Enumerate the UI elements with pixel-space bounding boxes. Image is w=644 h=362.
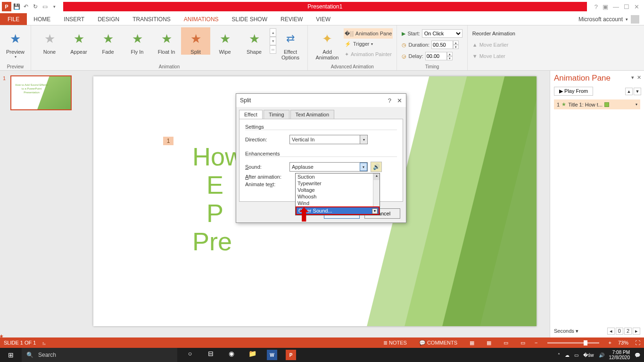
tab-view[interactable]: VIEW [309,13,337,25]
tab-home[interactable]: HOME [27,13,57,25]
animation-list-item[interactable]: 1 ★ Title 1: How t... ▾ [554,99,640,109]
delay-input[interactable] [425,52,447,60]
chrome-icon[interactable]: ◉ [225,350,238,360]
close-icon[interactable]: ✕ [634,3,639,10]
animation-tag[interactable]: 1 [163,137,173,145]
wifi-icon[interactable]: �św [583,353,594,358]
spin-up-icon[interactable]: ▴ [453,41,459,45]
ribbon-display-icon[interactable]: ▣ [603,3,608,10]
zoom-in-icon[interactable]: + [609,340,611,346]
explorer-icon[interactable]: 📁 [246,350,258,360]
trigger-button[interactable]: ⚡Trigger▾ [344,39,393,49]
sorter-view-icon[interactable]: ▦ [484,340,494,346]
start-button[interactable]: ⊞ [0,351,22,359]
chevron-down-icon[interactable]: ▾ [372,208,378,214]
direction-combo[interactable]: Vertical In▾ [289,135,368,144]
tab-animations[interactable]: ANIMATIONS [177,13,225,25]
reorder-up-icon[interactable]: ▲ [625,88,633,95]
anim-appear[interactable]: ★Appear [64,27,93,55]
anim-floatin[interactable]: ★Float In [152,27,181,55]
slide-thumbnail[interactable]: How to Add Sound Effects to a PowerPoint… [10,75,72,110]
slide-counter[interactable]: SLIDE 1 OF 1 [4,340,36,346]
animation-pane-button[interactable]: �░Animation Pane [344,28,393,39]
zoom-slider[interactable] [547,342,599,344]
minimize-icon[interactable]: — [613,3,619,10]
gallery-down-icon[interactable]: ▾ [270,37,276,45]
normal-view-icon[interactable]: ▦ [467,340,477,346]
notes-button[interactable]: ≣ NOTES [380,340,410,346]
anim-flyin[interactable]: ★Fly In [123,27,152,55]
anim-split[interactable]: ★Split [181,27,210,55]
word-icon[interactable]: W [267,350,277,360]
spin-up-icon[interactable]: ▴ [447,52,453,56]
sound-combo[interactable]: Applause▾ [289,162,368,172]
dialog-close-icon[interactable]: ✕ [397,97,402,104]
tab-insert[interactable]: INSERT [57,13,91,25]
chevron-down-icon[interactable]: ▾ [360,135,367,144]
task-view-icon[interactable]: ⊟ [205,350,217,360]
zoom-level[interactable]: 73% [618,340,628,346]
fit-to-window-icon[interactable]: ⛶ [635,340,640,346]
battery-icon[interactable]: ▭ [574,353,578,358]
spellcheck-icon[interactable]: ⎁ [42,340,46,346]
duration-input[interactable] [431,41,453,49]
tab-slideshow[interactable]: SLIDE SHOW [225,13,274,25]
notifications-icon[interactable]: 💬 [635,353,640,358]
reading-view-icon[interactable]: ▭ [501,340,511,346]
effect-options-button[interactable]: ⇄ Effect Options [277,27,304,60]
scroll-up-icon[interactable]: ▴ [373,173,380,180]
dialog-tab-textanim[interactable]: Text Animation [290,110,335,119]
save-icon[interactable]: 💾 [12,2,21,11]
tab-review[interactable]: REVIEW [274,13,309,25]
dialog-tab-timing[interactable]: Timing [264,110,289,119]
spin-down-icon[interactable]: ▾ [447,56,453,60]
anim-fade[interactable]: ★Fade [93,27,123,55]
cortana-icon[interactable]: ○ [184,350,196,360]
start-from-beginning-icon[interactable]: ▭ [41,2,49,11]
redo-icon[interactable]: ↻ [31,2,40,11]
account-label[interactable]: Microsoft account [578,16,623,23]
avatar[interactable] [631,15,639,24]
tab-design[interactable]: DESIGN [91,13,126,25]
anim-none[interactable]: ★None [35,27,64,55]
seconds-label[interactable]: Seconds [554,328,574,334]
taskbar-search[interactable]: 🔍Search [22,348,177,362]
chevron-down-icon[interactable]: ▾ [626,17,628,22]
item-menu-icon[interactable]: ▾ [636,102,637,107]
anim-wipe[interactable]: ★Wipe [210,27,239,55]
tab-transitions[interactable]: TRANSITIONS [126,13,177,25]
qat-more-icon[interactable]: ▾ [50,2,58,11]
sound-preview-button[interactable]: 🔊 [371,162,382,172]
timeline-next-icon[interactable]: ▸ [633,328,640,335]
slideshow-view-icon[interactable]: ▭ [518,340,528,346]
sound-option[interactable]: Typewriter [296,180,380,187]
tab-file[interactable]: FILE [0,13,27,25]
pane-close-icon[interactable]: ✕ [637,74,641,81]
preview-button[interactable]: ★ Preview ▾ [4,27,27,59]
powerpoint-icon[interactable]: P [286,350,296,360]
dialog-help-icon[interactable]: ? [388,97,391,104]
anim-shape[interactable]: ★Shape [239,27,269,55]
gallery-more-icon[interactable]: ═ [270,45,276,54]
timeline-prev-icon[interactable]: ◂ [607,328,615,335]
play-from-button[interactable]: ▶ Play From [554,87,593,96]
help-icon[interactable]: ? [594,3,598,10]
maximize-icon[interactable]: ☐ [624,3,629,10]
sound-option[interactable]: Suction [296,173,380,180]
reorder-down-icon[interactable]: ▼ [634,88,641,95]
start-select[interactable]: On Click [422,29,462,38]
pane-options-icon[interactable]: ▾ [631,74,634,81]
gallery-up-icon[interactable]: ▴ [270,28,276,37]
add-animation-button[interactable]: ✦ Add Animation [312,27,343,60]
clock[interactable]: 7:08 PM12/8/2020 [609,350,630,360]
sound-option[interactable]: Voltage [296,187,380,193]
comments-button[interactable]: 💬 COMMENTS [416,340,460,346]
tray-chevron-icon[interactable]: ˄ [558,353,560,358]
spin-down-icon[interactable]: ▾ [453,45,459,49]
undo-icon[interactable]: ↶ [22,2,30,11]
dialog-tab-effect[interactable]: Effect [239,110,263,119]
zoom-out-icon[interactable]: − [535,340,537,346]
onedrive-icon[interactable]: ☁ [565,353,570,358]
chevron-down-icon[interactable]: ▾ [360,163,367,171]
sound-option[interactable]: Whoosh [296,193,380,200]
